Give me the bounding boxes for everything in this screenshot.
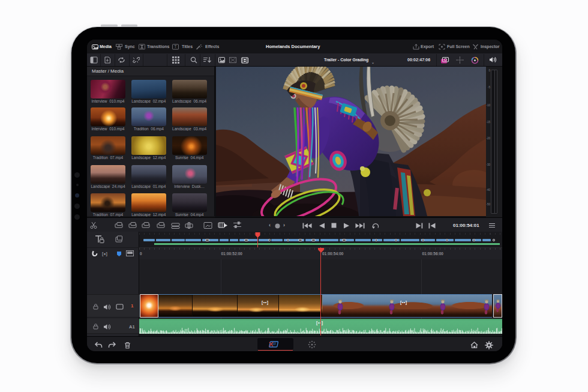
svg-text:T: T	[175, 44, 177, 49]
